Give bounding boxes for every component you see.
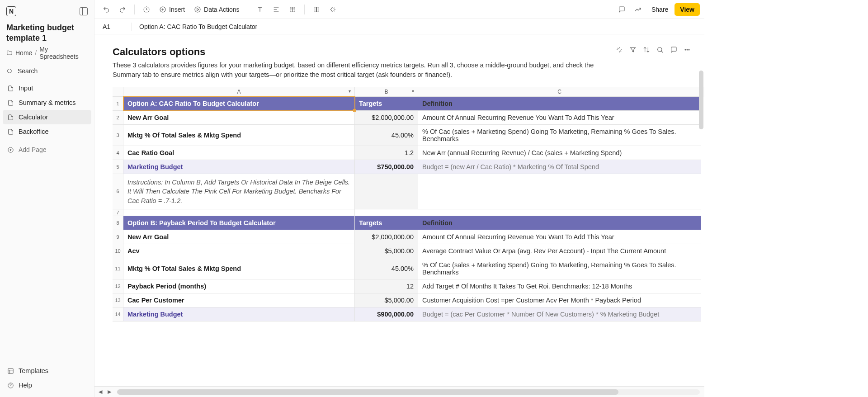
cell[interactable]: Mktg % Of Total Sales & Mktg Spend (123, 258, 355, 279)
help-button[interactable]: Help (3, 378, 91, 392)
data-actions-button[interactable]: Data Actions (190, 4, 243, 15)
ai-button[interactable] (326, 4, 340, 15)
search-button[interactable]: Search (0, 64, 94, 78)
cell[interactable]: Targets (355, 97, 418, 111)
cell[interactable]: Cac Per Customer (123, 293, 355, 307)
activity-button[interactable] (631, 4, 645, 15)
cell[interactable]: $5,000.00 (355, 244, 418, 258)
find-button[interactable] (656, 46, 664, 55)
cell[interactable]: Customer Acquisition Cost =per Customer … (418, 293, 701, 307)
select-all-corner[interactable] (113, 87, 123, 97)
scrollbar-thumb[interactable] (699, 71, 703, 129)
row-header[interactable]: 1 (113, 97, 123, 111)
cell[interactable]: $2,000,000.00 (355, 111, 418, 125)
row-header[interactable]: 10 (113, 244, 123, 258)
row-header[interactable]: 11 (113, 258, 123, 279)
cell[interactable]: Amount Of Annual Recurring Revenue You W… (418, 230, 701, 244)
align-button[interactable] (269, 4, 283, 15)
cell[interactable] (418, 174, 701, 209)
sort-button[interactable] (643, 46, 650, 55)
cell[interactable]: Definition (418, 216, 701, 230)
cell[interactable] (123, 209, 355, 216)
cell[interactable]: Acv (123, 244, 355, 258)
breadcrumb-home[interactable]: Home (15, 49, 32, 57)
breadcrumb-folder[interactable]: My Spreadsheets (39, 46, 88, 60)
cell[interactable]: Targets (355, 216, 418, 230)
more-button[interactable] (684, 46, 691, 55)
cell[interactable]: 1.2 (355, 146, 418, 160)
row-header[interactable]: 3 (113, 125, 123, 146)
cell[interactable]: Budget = (new Arr / Cac Ratio) * Marketi… (418, 160, 701, 174)
redo-button[interactable] (115, 4, 130, 15)
column-header-c[interactable]: C (418, 87, 701, 97)
cell[interactable]: New Arr Goal (123, 111, 355, 125)
chevron-down-icon[interactable]: ▾ (412, 89, 414, 94)
row-header[interactable]: 6 (113, 174, 123, 209)
history-button[interactable] (139, 4, 154, 15)
row-header[interactable]: 13 (113, 293, 123, 307)
column-button[interactable] (309, 4, 324, 15)
cell[interactable] (418, 209, 701, 216)
row-header[interactable]: 8 (113, 216, 123, 230)
cell-format-button[interactable] (285, 4, 300, 15)
cell[interactable]: Budget = (cac Per Customer * Number Of N… (418, 307, 701, 321)
cell[interactable]: $750,000.00 (355, 160, 418, 174)
cell[interactable]: Instructions: In Column B, Add Targets O… (123, 174, 355, 209)
sidebar-item-calculator[interactable]: Calculator (3, 110, 91, 124)
cell[interactable]: % Of Cac (sales + Marketing Spend) Going… (418, 258, 701, 279)
app-logo[interactable]: N (6, 6, 16, 16)
text-format-button[interactable] (253, 4, 267, 15)
vertical-scrollbar[interactable] (699, 71, 703, 373)
cell[interactable]: New Arr (annual Recurring Revnue) / Cac … (418, 146, 701, 160)
spreadsheet-grid[interactable]: A▾ B▾ C 1Option A: CAC Ratio To Budget C… (113, 87, 704, 321)
cell[interactable]: Option A: CAC Ratio To Budget Calculator (123, 97, 355, 111)
scrollbar-thumb[interactable] (117, 389, 618, 395)
row-header[interactable]: 12 (113, 279, 123, 293)
cell[interactable]: Average Contract Value Or Arpa (avg. Rev… (418, 244, 701, 258)
row-header[interactable]: 4 (113, 146, 123, 160)
chevron-down-icon[interactable]: ▾ (349, 89, 351, 94)
templates-button[interactable]: Templates (3, 364, 91, 378)
cell[interactable]: Amount Of Annual Recurring Revenue You W… (418, 111, 701, 125)
insert-button[interactable]: Insert (156, 4, 189, 15)
sidebar-item-summary[interactable]: Summary & metrics (3, 95, 91, 110)
sidebar-item-input[interactable]: Input (3, 81, 91, 95)
share-button[interactable]: Share (647, 3, 673, 16)
sheet-next-button[interactable]: ▶ (105, 388, 113, 396)
cell-reference[interactable]: A1 (103, 23, 124, 30)
cell[interactable]: Mktg % Of Total Sales & Mktg Spend (123, 125, 355, 146)
cell[interactable] (355, 174, 418, 209)
cell[interactable]: % Of Cac (sales + Marketing Spend) Going… (418, 125, 701, 146)
horizontal-scrollbar[interactable] (117, 389, 700, 395)
row-header[interactable]: 7 (113, 209, 123, 216)
cell[interactable]: $900,000.00 (355, 307, 418, 321)
cell[interactable]: Cac Ratio Goal (123, 146, 355, 160)
cell[interactable]: Marketing Budget (123, 160, 355, 174)
cell[interactable]: Definition (418, 97, 701, 111)
cell[interactable]: 45.00% (355, 258, 418, 279)
breadcrumb[interactable]: Home / My Spreadsheets (0, 45, 94, 64)
cell[interactable]: Marketing Budget (123, 307, 355, 321)
row-header[interactable]: 14 (113, 307, 123, 321)
column-header-a[interactable]: A▾ (123, 87, 355, 97)
row-header[interactable]: 2 (113, 111, 123, 125)
cell[interactable]: $5,000.00 (355, 293, 418, 307)
ai-sparkle-button[interactable] (616, 46, 623, 55)
sheet-prev-button[interactable]: ◀ (96, 388, 104, 396)
cell[interactable]: New Arr Goal (123, 230, 355, 244)
cell[interactable]: 45.00% (355, 125, 418, 146)
undo-button[interactable] (99, 4, 113, 15)
cell[interactable]: $2,000,000.00 (355, 230, 418, 244)
comments-button[interactable] (670, 46, 677, 55)
filter-button[interactable] (629, 46, 637, 55)
sidebar-item-backoffice[interactable]: Backoffice (3, 124, 91, 139)
cell[interactable]: Option B: Payback Period To Budget Calcu… (123, 216, 355, 230)
comment-button[interactable] (614, 4, 629, 15)
column-header-b[interactable]: B▾ (355, 87, 418, 97)
cell[interactable] (355, 209, 418, 216)
cell[interactable]: Add Target # Of Months It Takes To Get R… (418, 279, 701, 293)
row-header[interactable]: 5 (113, 160, 123, 174)
view-button[interactable]: View (675, 3, 700, 16)
cell[interactable]: 12 (355, 279, 418, 293)
row-header[interactable]: 9 (113, 230, 123, 244)
